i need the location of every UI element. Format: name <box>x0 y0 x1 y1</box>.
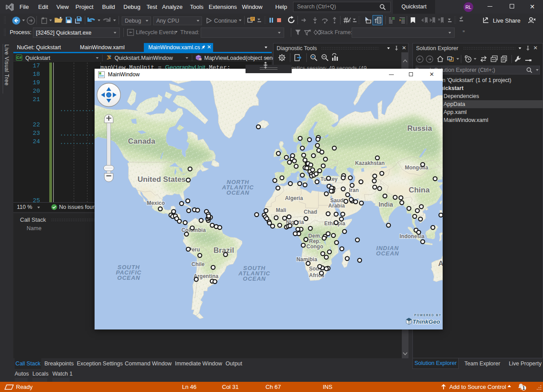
svg-text:Congo: Congo <box>306 243 323 250</box>
svg-text:Arabia: Arabia <box>328 203 345 209</box>
svg-text:1: 1 <box>523 386 525 391</box>
svg-text:Chile: Chile <box>191 261 205 267</box>
svg-text:OCEAN: OCEAN <box>226 189 250 196</box>
svg-text:Mali: Mali <box>276 207 286 213</box>
svg-text:Chad: Chad <box>304 209 317 215</box>
svg-text:OCEAN: OCEAN <box>243 275 266 282</box>
svg-text:ThinkGeo: ThinkGeo <box>412 318 440 325</box>
svg-text:Indonesia: Indonesia <box>400 233 424 239</box>
svg-text:Russia: Russia <box>407 124 432 133</box>
svg-text:Canada: Canada <box>128 137 155 145</box>
svg-text:China: China <box>408 186 430 194</box>
svg-text:Algeria: Algeria <box>285 195 303 201</box>
svg-text:Kazakhstan: Kazakhstan <box>355 160 385 166</box>
svg-text:Iran: Iran <box>349 187 359 193</box>
svg-text:India: India <box>379 201 393 208</box>
svg-text:Mexico: Mexico <box>147 200 165 206</box>
svg-text:United States: United States <box>138 175 186 184</box>
svg-text:OCEAN: OCEAN <box>376 250 399 257</box>
svg-text:OCEAN: OCEAN <box>117 274 140 281</box>
svg-text:A: A <box>438 259 443 268</box>
